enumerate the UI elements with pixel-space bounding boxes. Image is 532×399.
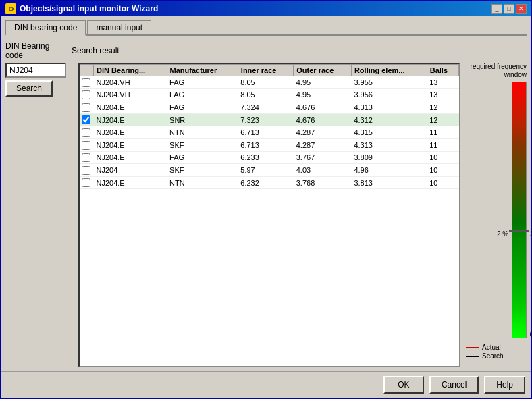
results-table: DIN Bearing... Manufacturer Inner race O… [80, 64, 459, 189]
close-button[interactable]: ✕ [516, 4, 527, 14]
code-label: DIN Bearing code [5, 41, 66, 60]
search-input[interactable] [5, 63, 66, 78]
row-cell-rolling: 4.313 [351, 101, 427, 114]
main-area: Search DIN Bearing... Manufacturer Inner… [5, 63, 527, 367]
row-checkbox[interactable] [82, 166, 90, 175]
row-cell-manufacturer: SKF [167, 138, 238, 151]
bar-area: fuzzy preferred 2 % 2 % [512, 82, 527, 338]
row-checkbox-cell[interactable] [80, 101, 94, 114]
minimize-button[interactable]: _ [491, 4, 502, 14]
row-checkbox-cell[interactable] [80, 151, 94, 164]
table-row[interactable]: NJ204.VHFAG8.054.953.95513 [80, 76, 459, 89]
table-row[interactable]: NJ204.ENTN6.7134.2874.31511 [80, 126, 459, 139]
cancel-button[interactable]: Cancel [429, 376, 479, 394]
legend-search: Search [466, 352, 504, 360]
row-cell-manufacturer: FAG [167, 151, 238, 164]
row-cell-balls: 10 [427, 176, 458, 189]
row-cell-outer: 3.768 [294, 176, 352, 189]
row-cell-balls: 12 [427, 113, 458, 126]
row-cell-rolling: 3.809 [351, 151, 427, 164]
table-row[interactable]: NJ204.VHFAG8.054.953.95613 [80, 88, 459, 101]
2pct-marker [509, 230, 529, 232]
row-checkbox[interactable] [82, 178, 90, 187]
row-cell-outer: 4.287 [294, 126, 352, 139]
table-row[interactable]: NJ204SKF5.974.034.9610 [80, 164, 459, 177]
row-cell-rolling: 3.955 [351, 76, 427, 89]
row-cell-din: NJ204.E [94, 176, 167, 189]
row-cell-outer: 4.95 [294, 76, 352, 89]
legend-actual-label: Actual [482, 344, 501, 351]
tab-manual-input[interactable]: manual input [87, 20, 151, 34]
window-title: Objects/signal input monitor Wizard [20, 4, 158, 14]
row-cell-outer: 4.287 [294, 138, 352, 151]
row-checkbox[interactable] [82, 115, 90, 124]
row-cell-inner: 6.713 [238, 138, 293, 151]
legend-actual-line [466, 347, 479, 348]
search-button[interactable]: Search [5, 80, 53, 97]
row-checkbox-cell[interactable] [80, 164, 94, 177]
row-cell-din: NJ204.E [94, 113, 167, 126]
table-row[interactable]: NJ204.ENTN6.2323.7683.81310 [80, 176, 459, 189]
help-button[interactable]: Help [484, 376, 525, 394]
labels-row: DIN Bearing code Search result [5, 41, 527, 60]
legend-actual: Actual [466, 344, 504, 351]
color-bar-visual: fuzzy preferred 2 % 2 % [512, 82, 527, 338]
main-window: ⚙ Objects/signal input monitor Wizard _ … [0, 0, 532, 399]
row-cell-inner: 8.05 [238, 88, 293, 101]
row-cell-rolling: 4.312 [351, 113, 427, 126]
table-row[interactable]: NJ204.ESKF6.7134.2874.31311 [80, 138, 459, 151]
row-cell-inner: 6.233 [238, 151, 293, 164]
row-cell-inner: 7.324 [238, 101, 293, 114]
row-checkbox[interactable] [82, 128, 90, 137]
row-cell-din: NJ204.E [94, 151, 167, 164]
frequency-panel: required frequency window fuzzy preferre… [466, 63, 527, 367]
row-checkbox[interactable] [82, 90, 90, 99]
table-body: NJ204.VHFAG8.054.953.95513NJ204.VHFAG8.0… [80, 76, 459, 189]
row-checkbox-cell[interactable] [80, 88, 94, 101]
table-row[interactable]: NJ204.EFAG6.2333.7673.80910 [80, 151, 459, 164]
row-checkbox-cell[interactable] [80, 138, 94, 151]
legend-search-label: Search [482, 352, 504, 360]
table-header-row: DIN Bearing... Manufacturer Inner race O… [80, 65, 459, 76]
row-cell-outer: 4.676 [294, 113, 352, 126]
footer: OK Cancel Help [1, 371, 531, 398]
legend-search-line [466, 356, 479, 357]
row-cell-outer: 4.95 [294, 88, 352, 101]
row-checkbox[interactable] [82, 78, 90, 87]
row-cell-manufacturer: FAG [167, 88, 238, 101]
tab-din-bearing-code[interactable]: DIN bearing code [5, 20, 86, 36]
frequency-title: required frequency window [466, 63, 527, 79]
row-checkbox-cell[interactable] [80, 126, 94, 139]
col-header-din: DIN Bearing... [94, 65, 167, 76]
table-row[interactable]: NJ204.ESNR7.3234.6764.31212 [80, 113, 459, 126]
row-checkbox[interactable] [82, 153, 90, 162]
row-cell-inner: 6.232 [238, 176, 293, 189]
col-header-inner: Inner race [238, 65, 293, 76]
row-cell-balls: 12 [427, 101, 458, 114]
row-cell-inner: 6.713 [238, 126, 293, 139]
maximize-button[interactable]: □ [504, 4, 514, 14]
row-cell-inner: 5.97 [238, 164, 293, 177]
row-cell-manufacturer: SNR [167, 113, 238, 126]
col-header-manufacturer: Manufacturer [167, 65, 238, 76]
result-label: Search result [72, 46, 119, 55]
row-checkbox[interactable] [82, 141, 90, 150]
row-cell-balls: 11 [427, 126, 458, 139]
row-checkbox-cell[interactable] [80, 176, 94, 189]
window-content: DIN bearing code manual input DIN Bearin… [1, 16, 531, 371]
row-cell-din: NJ204.VH [94, 88, 167, 101]
row-checkbox-cell[interactable] [80, 76, 94, 89]
row-cell-din: NJ204.E [94, 138, 167, 151]
col-header-balls: Balls [427, 65, 458, 76]
row-cell-rolling: 3.956 [351, 88, 427, 101]
row-cell-balls: 13 [427, 88, 458, 101]
table-row[interactable]: NJ204.EFAG7.3244.6764.31312 [80, 101, 459, 114]
row-cell-manufacturer: NTN [167, 126, 238, 139]
ok-button[interactable]: OK [383, 376, 424, 394]
results-table-container[interactable]: DIN Bearing... Manufacturer Inner race O… [78, 63, 460, 367]
row-cell-outer: 4.03 [294, 164, 352, 177]
row-checkbox-cell[interactable] [80, 113, 94, 126]
row-checkbox[interactable] [82, 103, 90, 112]
row-cell-rolling: 3.813 [351, 176, 427, 189]
2pct-left-label: 2 % [497, 230, 508, 238]
